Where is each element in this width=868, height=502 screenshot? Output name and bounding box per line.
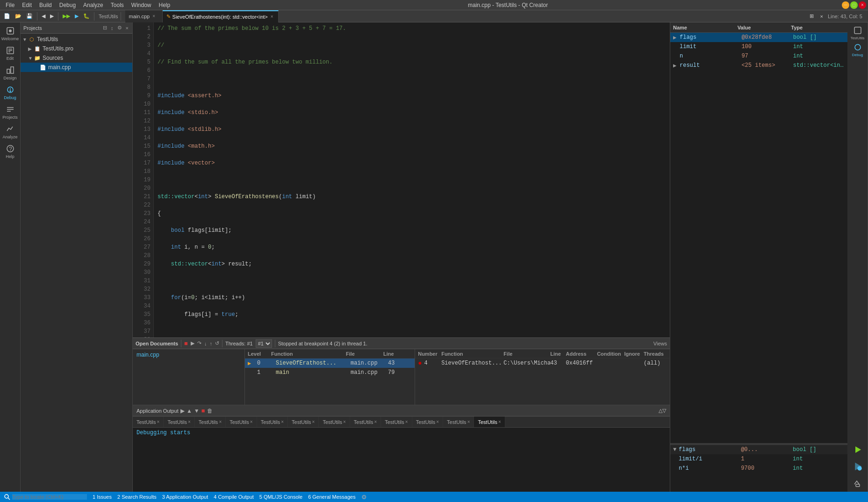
ao-tab-7[interactable]: TestUtils× [319, 416, 350, 427]
ao-tab-11-close[interactable]: × [467, 419, 470, 424]
app-output-expand-btn[interactable]: △▽ [659, 408, 666, 414]
ds-icon-run[interactable] [849, 441, 866, 458]
status-search[interactable] [4, 494, 87, 500]
sidebar-icon-projects[interactable]: Projects [1, 103, 20, 122]
debug-row-limit[interactable]: limit 100 int [670, 42, 847, 51]
ao-tab-1-close[interactable]: × [157, 419, 160, 424]
toolbar-build[interactable]: ▶▶ [61, 12, 72, 20]
app-output-stop-btn[interactable]: ■ [201, 407, 205, 414]
debug-row-result[interactable]: ▶ result <25 items> std::vector<int> [670, 61, 847, 70]
ao-tab-11[interactable]: TestUtils× [443, 416, 474, 427]
window-minimize[interactable]: ─ [842, 1, 849, 9]
ao-tab-2-close[interactable]: × [188, 419, 191, 424]
status-general-msgs[interactable]: 6 General Messages [308, 494, 356, 500]
tab-sieve-close[interactable]: × [270, 14, 274, 20]
menu-tools[interactable]: Tools [107, 1, 128, 9]
sidebar-icon-design[interactable]: Design [1, 64, 20, 82]
status-search-results[interactable]: 2 Search Results [117, 494, 157, 500]
tab-sieve[interactable]: ✎ SieveOfErathostenes(int): std::vector<… [163, 10, 279, 22]
status-settings-icon[interactable]: ⚙ [361, 494, 367, 501]
debug-row-n[interactable]: n 97 int [670, 51, 847, 61]
ao-tab-12-close[interactable]: × [498, 419, 501, 424]
status-app-output[interactable]: 3 Application Output [162, 494, 208, 500]
app-output-run-btn[interactable]: ▶ [180, 408, 185, 414]
toolbar-back[interactable]: ◀ [40, 12, 47, 20]
menu-build[interactable]: Build [36, 1, 56, 9]
toolbar-new[interactable]: 📄 [2, 12, 12, 20]
ao-tab-10-close[interactable]: × [436, 419, 439, 424]
ds-icon-build-small[interactable] [849, 475, 866, 492]
tab-main-cpp-close[interactable]: × [151, 13, 156, 19]
ao-tab-6[interactable]: TestUtils× [288, 416, 319, 427]
ao-tab-12[interactable]: TestUtils× [474, 416, 505, 427]
sidebar-icon-analyze[interactable]: Analyze [1, 122, 20, 141]
open-doc-main-cpp[interactable]: main.cpp [133, 350, 244, 359]
toolbar-open[interactable]: 📂 [13, 12, 23, 20]
toolbar-debug[interactable]: 🐛 [81, 12, 92, 20]
debug-resume-btn[interactable]: ▶ [191, 340, 194, 346]
ao-tab-5[interactable]: TestUtils× [257, 416, 288, 427]
window-maximize[interactable]: □ [850, 1, 858, 9]
ao-tab-8[interactable]: TestUtils× [350, 416, 381, 427]
tab-main-cpp[interactable]: main.cpp × [125, 10, 163, 22]
ao-tab-3[interactable]: TestUtils× [195, 416, 226, 427]
tree-item-sources[interactable]: ▼ 📁 Sources [21, 53, 132, 63]
tree-arrow-sources[interactable]: ▼ [28, 56, 34, 61]
code-editor[interactable]: 1234567891011121314151617181920212223242… [133, 22, 670, 337]
ao-tab-2[interactable]: TestUtils× [164, 416, 194, 427]
debug-lower-row-limit-i[interactable]: limit/i 1 int [670, 454, 847, 464]
ao-tab-9-close[interactable]: × [405, 419, 408, 424]
ao-tab-8-close[interactable]: × [374, 419, 377, 424]
cs-row-0[interactable]: ▶ 0 SieveOfErathost... main.cpp 43 [245, 359, 415, 368]
projects-panel-close[interactable]: × [125, 25, 129, 31]
debug-step-out-btn[interactable]: ↑ [209, 341, 212, 346]
tree-arrow-testutils[interactable]: ▼ [22, 37, 28, 42]
ao-tab-9[interactable]: TestUtils× [381, 416, 412, 427]
toolbar-save[interactable]: 💾 [24, 12, 35, 20]
tree-item-main-cpp[interactable]: 📄 main.cpp [21, 63, 132, 72]
menu-debug[interactable]: Debug [56, 1, 79, 9]
debug-stop-btn[interactable]: ■ [184, 340, 188, 347]
ds-icon-debug-run[interactable] [849, 458, 866, 475]
ao-tab-7-close[interactable]: × [343, 419, 346, 424]
ao-tab-4[interactable]: TestUtils× [226, 416, 257, 427]
ds-icon-testutils[interactable]: TestUtils [849, 24, 866, 41]
window-close[interactable]: × [859, 1, 866, 9]
debug-step-over-btn[interactable]: ↷ [197, 340, 201, 346]
sidebar-icon-welcome[interactable]: Welcome [1, 24, 20, 43]
debug-lower-expand[interactable]: ▼ [673, 446, 679, 453]
ao-tab-3-close[interactable]: × [219, 419, 222, 424]
ao-tab-6-close[interactable]: × [312, 419, 315, 424]
sidebar-icon-edit[interactable]: Edit [1, 44, 20, 63]
sidebar-icon-debug[interactable]: Debug [1, 83, 20, 102]
app-output-down-btn[interactable]: ▼ [194, 408, 200, 414]
debug-expand-result[interactable]: ▶ [673, 62, 679, 69]
sidebar-icon-help[interactable]: ? Help [1, 142, 20, 161]
ds-icon-debug[interactable]: Debug [849, 41, 866, 58]
menu-edit[interactable]: Edit [18, 1, 36, 9]
status-issues[interactable]: 1 Issues [93, 494, 112, 500]
app-output-clear-btn[interactable]: 🗑 [207, 408, 213, 414]
toolbar-run[interactable]: ▶ [73, 12, 80, 20]
projects-panel-sync[interactable]: ↕ [110, 25, 115, 31]
ao-tab-5-close[interactable]: × [281, 419, 284, 424]
menu-window[interactable]: Window [128, 1, 155, 9]
tree-arrow-testutils-pro[interactable]: ▶ [28, 46, 34, 51]
projects-panel-filter[interactable]: ⊟ [102, 24, 108, 31]
debug-step-in-btn[interactable]: ↓ [204, 341, 207, 346]
debug-restart-btn[interactable]: ↺ [215, 340, 219, 346]
menu-file[interactable]: File [2, 1, 18, 9]
ao-tab-4-close[interactable]: × [250, 419, 253, 424]
tree-item-testutils-pro[interactable]: ▶ 📋 TestUtils.pro [21, 44, 132, 53]
projects-panel-settings[interactable]: ⚙ [116, 24, 123, 31]
status-compile-output[interactable]: 4 Compile Output [214, 494, 254, 500]
cs-row-1[interactable]: ▶ 1 main main.cpp 79 [245, 368, 415, 377]
debug-lower-row-ni[interactable]: n*i 9700 int [670, 464, 847, 473]
tree-item-testutils[interactable]: ▼ ⬡ TestUtils [21, 35, 132, 44]
app-output-up-btn[interactable]: ▲ [187, 408, 192, 414]
ao-tab-1[interactable]: TestUtils× [133, 416, 164, 427]
ao-tab-10[interactable]: TestUtils× [412, 416, 443, 427]
toolbar-forward[interactable]: ▶ [48, 12, 56, 20]
debug-row-flags[interactable]: ▶ flags @0x28fde8 bool [] [670, 33, 847, 42]
code-content[interactable]: // The sum of the primes below 10 is 2 +… [154, 22, 670, 337]
